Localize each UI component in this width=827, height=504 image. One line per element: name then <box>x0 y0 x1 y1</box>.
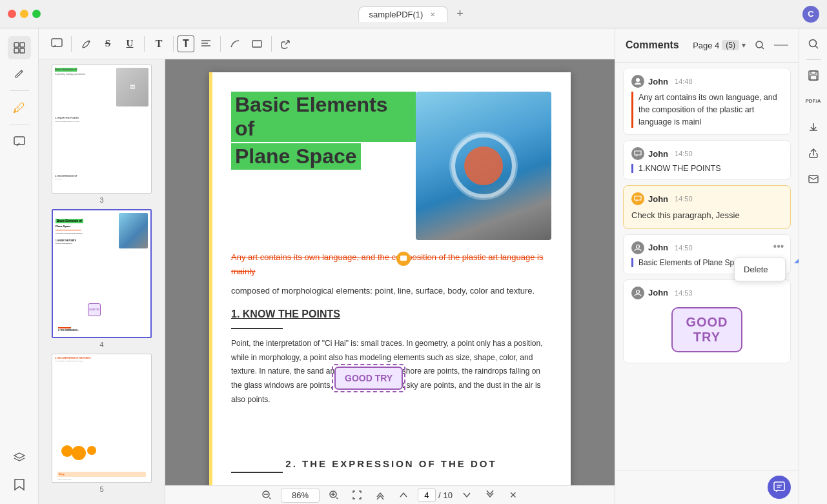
save-panel-btn[interactable] <box>803 65 824 86</box>
comment-1-name: John <box>648 77 668 86</box>
doc-title-line2: Plane Space <box>231 143 361 170</box>
pen-toolbar-btn[interactable] <box>76 34 96 54</box>
svg-rect-11 <box>400 256 407 261</box>
comments-search-btn[interactable] <box>751 36 769 54</box>
search-panel-btn[interactable] <box>803 34 824 54</box>
thumb-page-num-3: 3 <box>99 196 103 204</box>
comment-4-name: John <box>648 243 668 252</box>
comment-5-header: John 14:53 <box>631 287 782 299</box>
comment-toolbar-btn[interactable] <box>46 34 67 54</box>
titlebar: samplePDF(1) ✕ + C <box>0 0 827 28</box>
comments-list: John 14:48 Any art contains its own lang… <box>615 63 799 470</box>
underline-toolbar-btn[interactable]: U <box>119 34 140 54</box>
sidebar-item-bookmark[interactable] <box>8 473 31 496</box>
svg-line-18 <box>336 498 338 499</box>
sidebar-item-comments[interactable] <box>8 130 31 154</box>
tab-bar: samplePDF(1) ✕ + <box>358 5 469 23</box>
zoom-display[interactable]: 86% <box>281 488 320 503</box>
toolbar: S U T T <box>39 28 615 59</box>
doc-title-line1: Basic Elements of <box>231 92 416 142</box>
comment-3-time: 14:50 <box>675 195 693 203</box>
svg-rect-0 <box>14 43 19 47</box>
sticker-overlay-selected[interactable]: GOOD TRY <box>332 364 405 392</box>
thumb-page-num-5: 5 <box>99 485 103 493</box>
scroll-up-fast-button[interactable] <box>371 486 389 504</box>
download-panel-btn[interactable] <box>803 117 824 137</box>
minimize-button[interactable] <box>20 10 28 18</box>
svg-point-22 <box>637 245 640 248</box>
thumbnail-page-3[interactable]: 🖼 Basic Elements of In geometry, topolog… <box>52 65 152 204</box>
svg-line-20 <box>762 47 764 49</box>
comment-3-header: John 14:50 <box>631 192 782 205</box>
delete-button[interactable]: Delete <box>735 261 785 278</box>
comment-item-1[interactable]: John 14:48 Any art contains its own lang… <box>623 68 791 135</box>
svg-point-6 <box>88 40 90 42</box>
blue-arrow <box>788 247 799 279</box>
comment-3-avatar <box>631 192 644 205</box>
pdfa-panel-btn[interactable]: PDF/A <box>803 91 824 112</box>
comment-item-3[interactable]: John 14:50 Check this paragraph, Jessie <box>623 185 791 229</box>
page-expand-btn[interactable]: ▾ <box>742 41 746 50</box>
content-area: 🖼 Basic Elements of In geometry, topolog… <box>39 59 615 504</box>
comment-item-2[interactable]: John 14:50 1.KNOW THE POINTS <box>623 140 791 180</box>
svg-rect-2 <box>14 48 19 53</box>
close-button[interactable] <box>8 10 16 18</box>
svg-line-28 <box>815 46 818 48</box>
add-comment-button[interactable] <box>768 476 791 499</box>
comment-item-5[interactable]: John 14:53 GOODTRY <box>623 279 791 363</box>
comments-collapse-btn[interactable] <box>774 45 788 46</box>
comment-2-ref-text: 1.KNOW THE POINTS <box>638 164 782 173</box>
sidebar-item-thumbnails[interactable] <box>8 36 31 59</box>
right-panel-divider <box>806 59 821 60</box>
comment-5-sticker-area: GOODTRY <box>631 303 782 356</box>
rect-toolbar-btn[interactable] <box>247 34 267 54</box>
comments-title: Comments <box>626 39 679 51</box>
strikethrough-toolbar-btn[interactable]: S <box>97 34 118 54</box>
svg-point-23 <box>637 290 640 293</box>
page-input[interactable] <box>418 489 436 502</box>
maximize-button[interactable] <box>32 10 41 18</box>
total-pages: 10 <box>444 490 453 500</box>
thumbnail-page-4[interactable]: Basic Elements of Plane Space Any art co… <box>52 209 152 348</box>
text-align-btn[interactable] <box>196 34 216 54</box>
link-toolbar-btn[interactable] <box>276 34 296 54</box>
traffic-lights <box>8 10 41 18</box>
comment-4-header: John 14:50 ••• <box>631 241 782 254</box>
text-toolbar-btn[interactable]: T <box>148 34 169 54</box>
zoom-out-button[interactable] <box>258 486 276 504</box>
close-bottom-button[interactable]: ✕ <box>504 486 522 504</box>
sticker-good-try[interactable]: GOOD TRY <box>334 367 403 390</box>
zoom-in-button[interactable] <box>325 486 343 504</box>
thumb-img-5[interactable]: 3. THE COMPOSITION OF THE POINTS The com… <box>52 354 152 483</box>
share-panel-btn[interactable] <box>803 143 824 163</box>
comment-4-avatar <box>631 241 644 254</box>
thumbnail-panel: 🖼 Basic Elements of In geometry, topolog… <box>39 59 165 504</box>
center-content: S U T T <box>39 28 615 504</box>
page-viewer[interactable]: Basic Elements of Plane Space <box>165 59 615 504</box>
page-count: (5) <box>722 40 739 50</box>
curve-toolbar-btn[interactable] <box>225 34 245 54</box>
doc-strikethrough-text: Any art contains its own language, and t… <box>231 250 551 279</box>
tab-close-button[interactable]: ✕ <box>428 10 437 19</box>
thumb-img-4[interactable]: Basic Elements of Plane Space Any art co… <box>52 209 152 338</box>
scroll-down-fast-button[interactable] <box>481 486 499 504</box>
thumb-img-3[interactable]: 🖼 Basic Elements of In geometry, topolog… <box>52 65 152 194</box>
toolbar-divider-5 <box>271 36 272 52</box>
sidebar-item-layers[interactable] <box>8 446 31 469</box>
fit-page-button[interactable] <box>348 486 366 504</box>
mail-panel-btn[interactable] <box>803 168 824 189</box>
thumbnail-page-5[interactable]: 3. THE COMPOSITION OF THE POINTS The com… <box>52 354 152 493</box>
page-nav: / 10 <box>418 489 453 502</box>
comment-5-name: John <box>648 288 668 297</box>
text-format-btn[interactable]: T <box>178 35 194 52</box>
tab-pdf[interactable]: samplePDF(1) ✕ <box>358 6 449 22</box>
sidebar-item-annotation[interactable] <box>8 62 31 85</box>
scroll-up-button[interactable] <box>394 486 413 504</box>
thumb-page-num-4: 4 <box>99 341 103 348</box>
doc-comment-bubble[interactable] <box>396 252 411 266</box>
new-tab-button[interactable]: + <box>451 5 469 23</box>
scroll-down-button[interactable] <box>458 486 476 504</box>
comment-1-text: Any art contains its own language, and t… <box>638 92 782 128</box>
comment-4-more-btn[interactable]: ••• <box>772 240 785 253</box>
sidebar-item-highlight[interactable]: 🖊 <box>8 96 31 119</box>
